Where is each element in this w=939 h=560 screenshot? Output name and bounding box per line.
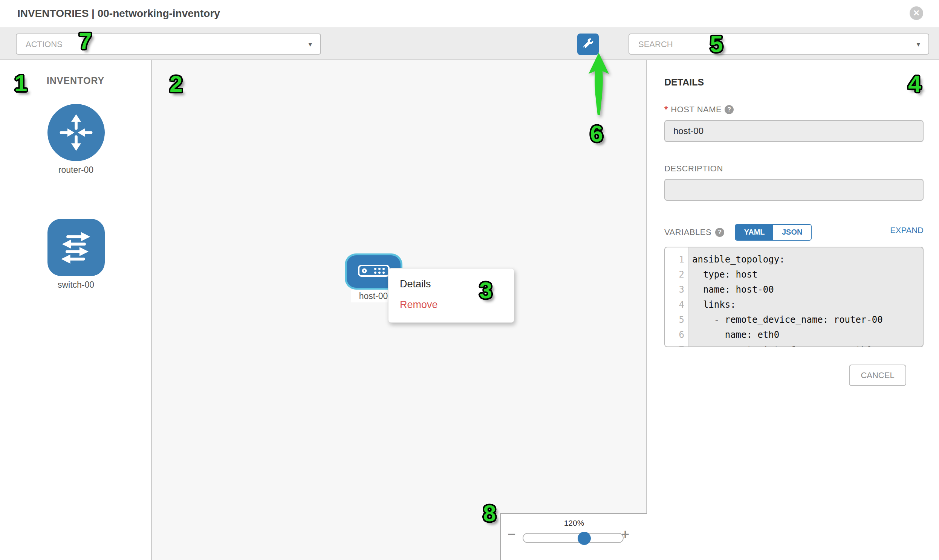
line-number: 2 (665, 267, 688, 282)
code-line: remote_interface_name: eth0 (692, 342, 923, 347)
help-icon[interactable]: ? (725, 105, 734, 114)
search-dropdown[interactable]: SEARCH ▾ (629, 34, 929, 55)
toggle-toolbox-button[interactable] (577, 34, 599, 55)
line-number: 4 (665, 297, 688, 312)
code-content: ansible_topology: type: host name: host-… (688, 248, 923, 346)
palette-item-label: router-00 (0, 165, 152, 175)
variables-format-toggle: YAML JSON (735, 224, 812, 241)
close-icon[interactable]: ✕ (910, 6, 923, 20)
actions-dropdown[interactable]: ACTIONS ▾ (16, 34, 321, 55)
required-marker: * (664, 104, 668, 115)
toolbar: ACTIONS ▾ SEARCH ▾ (0, 28, 939, 60)
yaml-toggle-button[interactable]: YAML (735, 225, 773, 240)
description-field[interactable] (664, 179, 924, 201)
description-label: DESCRIPTION (664, 164, 723, 174)
code-line-numbers: 1 2 3 4 5 6 7 (665, 248, 688, 346)
actions-dropdown-label: ACTIONS (26, 40, 63, 49)
code-line: name: eth0 (692, 327, 923, 342)
code-line: ansible_topology: (692, 252, 923, 267)
node-context-menu: Details Remove (388, 268, 514, 323)
sidebar-heading: INVENTORY (0, 75, 151, 86)
palette-item-label: switch-00 (0, 280, 152, 290)
inventories-window: INVENTORIES | 00-networking-inventory ✕ … (0, 0, 939, 560)
code-line: - remote_device_name: router-00 (692, 312, 923, 327)
help-icon[interactable]: ? (715, 228, 724, 237)
chevron-down-icon: ▾ (308, 40, 312, 49)
zoom-slider-thumb[interactable] (578, 532, 591, 545)
line-number: 3 (665, 282, 688, 297)
variables-label: VARIABLES (664, 228, 711, 237)
header-bar: INVENTORIES | 00-networking-inventory ✕ (0, 0, 939, 28)
code-line: type: host (692, 267, 923, 282)
code-line: links: (692, 297, 923, 312)
inventory-sidebar: INVENTORY router-00 (0, 60, 152, 560)
wrench-icon (583, 38, 594, 51)
variables-code-editor[interactable]: 1 2 3 4 5 6 7 ansible_topology: type: ho… (664, 247, 924, 347)
details-panel-title: DETAILS (664, 77, 924, 88)
topology-canvas[interactable]: host-00 Details Remove 120% − + (152, 60, 647, 560)
zoom-out-button[interactable]: − (507, 528, 515, 541)
context-menu-item-details[interactable]: Details (389, 274, 514, 294)
zoom-control-panel: 120% − + (500, 513, 648, 560)
host-icon (358, 265, 390, 278)
line-number: 7 (665, 342, 688, 347)
json-toggle-button[interactable]: JSON (773, 225, 811, 240)
zoom-slider[interactable] (523, 533, 624, 543)
line-number: 6 (665, 327, 688, 342)
host-name-label: HOST NAME (671, 105, 722, 114)
details-panel: DETAILS * HOST NAME ? DESCRIPTION VARIAB… (647, 60, 939, 560)
page-title: INVENTORIES | 00-networking-inventory (17, 8, 220, 20)
palette-item-switch[interactable]: switch-00 (0, 219, 152, 290)
search-dropdown-label: SEARCH (638, 40, 673, 49)
router-icon (48, 104, 105, 161)
context-menu-item-remove[interactable]: Remove (389, 294, 514, 315)
expand-link[interactable]: EXPAND (890, 226, 924, 235)
code-line: name: host-00 (692, 282, 923, 297)
line-number: 5 (665, 312, 688, 327)
zoom-in-button[interactable]: + (621, 528, 629, 541)
host-name-field[interactable] (664, 120, 924, 142)
switch-icon (48, 219, 105, 276)
chevron-down-icon: ▾ (916, 40, 920, 49)
line-number: 1 (665, 252, 688, 267)
cancel-button[interactable]: CANCEL (849, 365, 906, 386)
palette-item-router[interactable]: router-00 (0, 104, 152, 175)
